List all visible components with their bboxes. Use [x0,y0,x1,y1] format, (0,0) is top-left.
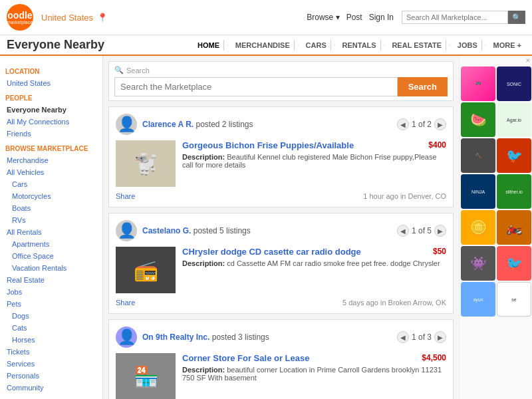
sidebar-office-space[interactable]: Office Space [5,250,97,262]
sidebar-my-connections[interactable]: All My Connections [5,116,97,128]
sidebar-all-vehicles[interactable]: All Vehicles [5,166,97,178]
listing-details: $400 Gorgeous Bichon Frise Puppies/Avail… [182,140,446,187]
listing-title[interactable]: Gorgeous Bichon Frise Puppies/Available [182,140,354,150]
sidebar-horses[interactable]: Horses [5,334,97,346]
ad-cell[interactable]: se [497,282,531,317]
nav-more[interactable]: MORE + [489,40,525,51]
nav-realestate[interactable]: REAL ESTATE [388,40,446,51]
sidebar-vacation-rentals[interactable]: Vacation Rentals [5,262,97,274]
avatar: 👤 [116,220,137,241]
prev-page-button[interactable]: ◀ [397,331,409,343]
listing-header: 👤 Castelano G. posted 5 listings ◀ 1 of … [116,220,446,241]
listing-header: 👤 Clarence A R. posted 2 listings ◀ 1 of… [116,114,446,135]
logo-icon[interactable]: oodle marketplace [7,4,33,31]
nav-merchandise[interactable]: MERCHANDISE [231,40,295,51]
user-link[interactable]: On 9th Realty Inc. [142,332,209,342]
sidebar-boats[interactable]: Boats [5,202,97,214]
header-nav: Browse ▾ Post Sign In [307,13,394,22]
post-link[interactable]: Post [346,13,362,22]
main-content: 🔍 Search Search 👤 Clarence A R. posted 2… [103,56,459,399]
nav-jobs[interactable]: JOBS [454,40,482,51]
listing-body: 📻 $50 CHrysler dodge CD casette car radi… [116,247,446,293]
listing-time: 1 hour ago in Denver, CO [363,192,446,200]
user-info: Clarence A R. posted 2 listings [142,120,392,129]
ad-cell[interactable]: 🏍️ [497,210,531,245]
sidebar-location-link[interactable]: United States [5,77,97,89]
pagination: ◀ 1 of 5 ▶ [397,225,446,237]
ad-cell[interactable]: NINJA [461,174,495,209]
sidebar-services[interactable]: Services [5,358,97,370]
ad-cell[interactable]: SONIC [497,66,531,101]
location-display: United States 📍 [40,13,108,23]
listing-price: $50 [433,247,446,256]
header-search-input[interactable] [402,11,508,24]
ad-cell[interactable]: 🐦 [497,246,531,281]
user-link[interactable]: Clarence A R. [142,120,194,129]
ad-cell[interactable]: 🎮 [461,66,495,101]
listing-title[interactable]: CHrysler dodge CD casette car radio dodg… [182,247,361,257]
header-search-button[interactable]: 🔍 [508,11,525,24]
ad-cell[interactable]: 🐦 [497,138,531,173]
location-section-title: LOCATION [5,68,97,75]
next-page-button[interactable]: ▶ [434,225,446,237]
user-info: Castelano G. posted 5 listings [142,226,392,235]
listing-image: 🐩 [116,140,176,187]
main-nav: Everyone Nearby HOME · MERCHANDISE · CAR… [0,35,532,56]
sidebar-everyone-nearby[interactable]: Everyone Nearby [5,104,97,116]
search-input[interactable] [114,77,398,96]
sidebar-pets[interactable]: Pets [5,298,97,310]
sidebar-jobs[interactable]: Jobs [5,286,97,298]
share-link[interactable]: Share [116,192,135,200]
sidebar-real-estate[interactable]: Real Estate [5,274,97,286]
ad-cell[interactable]: oyun [461,282,495,317]
ad-cell[interactable]: Agar.io [497,102,531,137]
search-bar: 🔍 Search Search [108,61,454,101]
header-right: Browse ▾ Post Sign In 🔍 [307,11,525,24]
sidebar-apartments[interactable]: Apartments [5,238,97,250]
header: oodle marketplace United States 📍 Browse… [0,0,532,35]
sidebar-friends[interactable]: Friends [5,128,97,140]
avatar: 👤 [116,327,137,348]
ad-cell[interactable]: 🍉 [461,102,495,137]
browse-link[interactable]: Browse ▾ [307,13,339,22]
pagination: ◀ 1 of 2 ▶ [397,118,446,130]
next-page-button[interactable]: ▶ [434,118,446,130]
ad-cell[interactable]: 🪙 [461,210,495,245]
listing-price: $400 [428,140,446,150]
sidebar-all-rentals[interactable]: All Rentals [5,226,97,238]
ad-cell[interactable]: 👾 [461,246,495,281]
search-button[interactable]: Search [398,77,448,96]
header-search: 🔍 [402,11,525,24]
sidebar-rvs[interactable]: RVs [5,214,97,226]
listing-footer: Share 5 days ago in Broken Arrow, OK [116,299,446,307]
listing-title[interactable]: Corner Store For Sale or Lease [182,353,309,363]
listing-body: 🐩 $400 Gorgeous Bichon Frise Puppies/Ava… [116,140,446,187]
content: LOCATION United States PEOPLE Everyone N… [0,56,532,399]
listing-price: $4,500 [422,353,446,362]
sidebar-tickets[interactable]: Tickets [5,346,97,358]
nav-cars[interactable]: CARS [302,40,331,51]
sidebar-merchandise[interactable]: Merchandise [5,154,97,166]
sidebar-cats[interactable]: Cats [5,322,97,334]
listing-footer: Share 1 hour ago in Denver, CO [116,192,446,200]
next-page-button[interactable]: ▶ [434,331,446,343]
listing-image: 📻 [116,247,176,293]
logo-area: oodle marketplace [7,4,33,31]
sidebar-cars[interactable]: Cars [5,178,97,190]
listing-image: 🏪 [116,353,176,399]
sidebar-community[interactable]: Community [5,382,97,394]
share-link[interactable]: Share [116,299,135,307]
sidebar-personals[interactable]: Personals [5,370,97,382]
ad-sidebar: ✕ 🎮 SONIC 🍉 Agar.io ⛏️ 🐦 NINJA slither.i… [459,56,532,399]
sidebar-dogs[interactable]: Dogs [5,310,97,322]
nav-rentals[interactable]: RENTALS [338,40,381,51]
ad-cell[interactable]: ⛏️ [461,138,495,173]
signin-link[interactable]: Sign In [369,13,394,22]
page-title: Everyone Nearby [7,38,191,52]
ad-cell[interactable]: slither.io [497,174,531,209]
prev-page-button[interactable]: ◀ [397,118,409,130]
sidebar-motorcycles[interactable]: Motorcycles [5,190,97,202]
user-link[interactable]: Castelano G. [142,226,191,235]
prev-page-button[interactable]: ◀ [397,225,409,237]
nav-home[interactable]: HOME [194,40,224,51]
